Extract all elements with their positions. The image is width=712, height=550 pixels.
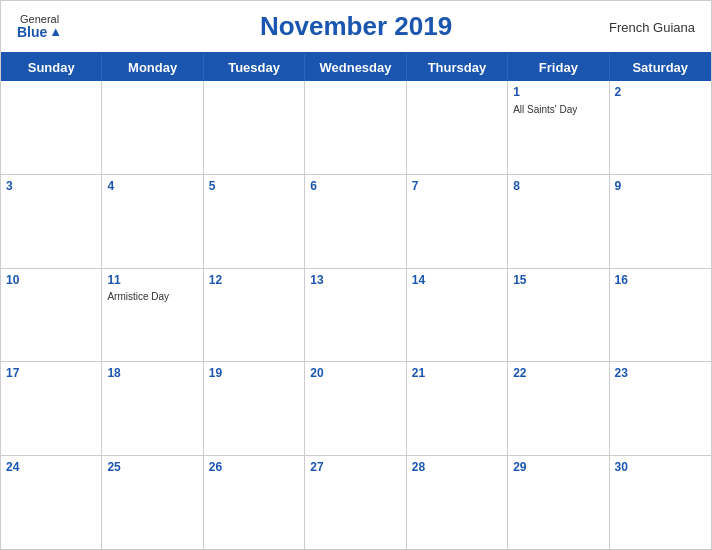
day-number: 9	[615, 178, 706, 195]
event-label: Armistice Day	[107, 290, 197, 303]
day-number: 2	[615, 84, 706, 101]
day-number: 28	[412, 459, 502, 476]
day-cell: 22	[508, 362, 609, 455]
day-cell: 9	[610, 175, 711, 268]
event-label: All Saints' Day	[513, 103, 603, 116]
day-number: 15	[513, 272, 603, 289]
day-number: 19	[209, 365, 299, 382]
day-cell	[1, 81, 102, 174]
day-headers-row: SundayMondayTuesdayWednesdayThursdayFrid…	[1, 54, 711, 81]
day-cell: 1All Saints' Day	[508, 81, 609, 174]
day-cell: 19	[204, 362, 305, 455]
day-number: 17	[6, 365, 96, 382]
day-number: 13	[310, 272, 400, 289]
day-cell: 30	[610, 456, 711, 549]
day-number: 29	[513, 459, 603, 476]
logo-blue-area: Blue ▲	[17, 25, 62, 40]
day-cell	[102, 81, 203, 174]
day-header-thursday: Thursday	[407, 54, 508, 81]
day-cell: 14	[407, 269, 508, 362]
day-cell	[407, 81, 508, 174]
day-number: 11	[107, 272, 197, 289]
calendar-grid: SundayMondayTuesdayWednesdayThursdayFrid…	[1, 52, 711, 549]
day-cell: 21	[407, 362, 508, 455]
day-number: 20	[310, 365, 400, 382]
weeks-container: 1All Saints' Day234567891011Armistice Da…	[1, 81, 711, 549]
logo: General Blue ▲	[17, 13, 62, 40]
day-cell: 5	[204, 175, 305, 268]
day-number: 18	[107, 365, 197, 382]
day-cell: 13	[305, 269, 406, 362]
day-cell: 10	[1, 269, 102, 362]
day-number: 5	[209, 178, 299, 195]
calendar-container: General Blue ▲ November 2019 French Guia…	[0, 0, 712, 550]
day-number: 3	[6, 178, 96, 195]
day-cell: 6	[305, 175, 406, 268]
day-header-wednesday: Wednesday	[305, 54, 406, 81]
day-number: 10	[6, 272, 96, 289]
day-cell: 24	[1, 456, 102, 549]
day-header-friday: Friday	[508, 54, 609, 81]
week-row-5: 24252627282930	[1, 456, 711, 549]
day-number: 1	[513, 84, 603, 101]
week-row-2: 3456789	[1, 175, 711, 269]
day-cell: 3	[1, 175, 102, 268]
day-cell: 27	[305, 456, 406, 549]
day-number: 7	[412, 178, 502, 195]
day-number: 6	[310, 178, 400, 195]
month-title: November 2019	[260, 11, 452, 41]
day-number: 16	[615, 272, 706, 289]
day-number: 30	[615, 459, 706, 476]
day-cell: 2	[610, 81, 711, 174]
day-number: 12	[209, 272, 299, 289]
region-label: French Guiana	[609, 19, 695, 34]
day-number: 23	[615, 365, 706, 382]
day-number: 4	[107, 178, 197, 195]
day-cell: 17	[1, 362, 102, 455]
day-header-tuesday: Tuesday	[204, 54, 305, 81]
day-number: 22	[513, 365, 603, 382]
day-cell: 26	[204, 456, 305, 549]
day-number: 25	[107, 459, 197, 476]
logo-blue-text: Blue	[17, 25, 47, 40]
day-cell: 29	[508, 456, 609, 549]
day-cell: 28	[407, 456, 508, 549]
day-cell: 4	[102, 175, 203, 268]
day-number: 8	[513, 178, 603, 195]
day-number: 27	[310, 459, 400, 476]
day-cell: 11Armistice Day	[102, 269, 203, 362]
day-cell: 23	[610, 362, 711, 455]
day-number: 24	[6, 459, 96, 476]
month-title-area: November 2019	[260, 11, 452, 42]
logo-bird-icon: ▲	[49, 25, 62, 39]
day-header-saturday: Saturday	[610, 54, 711, 81]
day-cell: 8	[508, 175, 609, 268]
day-number: 26	[209, 459, 299, 476]
week-row-3: 1011Armistice Day1213141516	[1, 269, 711, 363]
day-number: 21	[412, 365, 502, 382]
day-header-monday: Monday	[102, 54, 203, 81]
day-cell: 20	[305, 362, 406, 455]
day-cell: 18	[102, 362, 203, 455]
day-header-sunday: Sunday	[1, 54, 102, 81]
day-cell: 15	[508, 269, 609, 362]
day-cell: 7	[407, 175, 508, 268]
day-cell	[204, 81, 305, 174]
day-cell: 12	[204, 269, 305, 362]
week-row-1: 1All Saints' Day2	[1, 81, 711, 175]
day-cell: 25	[102, 456, 203, 549]
calendar-header: General Blue ▲ November 2019 French Guia…	[1, 1, 711, 52]
day-cell	[305, 81, 406, 174]
day-number: 14	[412, 272, 502, 289]
week-row-4: 17181920212223	[1, 362, 711, 456]
day-cell: 16	[610, 269, 711, 362]
